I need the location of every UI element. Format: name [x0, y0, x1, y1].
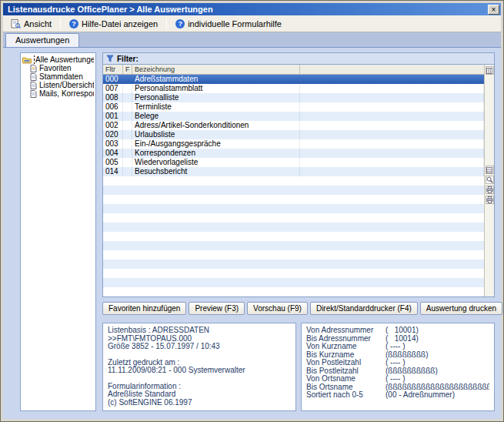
table-row[interactable]: 020Urlaubsliste	[103, 130, 484, 139]
list-info-panel: Listenbasis : ADRESSDATEN >>FMT\FMTOPAUS…	[102, 323, 296, 411]
row-name: Belege	[132, 112, 300, 121]
header-extra[interactable]	[300, 65, 484, 74]
row-flag	[123, 130, 132, 139]
header-fltr[interactable]: Fltr	[103, 65, 123, 74]
help-file-button[interactable]: ? Hilfe-Datei anzeigen	[64, 17, 163, 31]
row-nr: 002	[103, 121, 123, 130]
info-line: Adreßliste Standard	[108, 390, 291, 399]
magnifier-icon	[486, 176, 493, 183]
table-row[interactable]: 001Belege	[103, 112, 484, 121]
range-value: ( ---- )	[386, 343, 489, 351]
tree-item-mails-korrespondenzen[interactable]: Mails, Korrespondenzen	[30, 89, 94, 98]
info-line: Größe 3852 - 15.07.1997 / 10:43	[108, 343, 291, 351]
grid-body: 000Adreßstammdaten 007Personalstammblatt…	[103, 75, 484, 296]
table-row[interactable]: 000Adreßstammdaten	[103, 75, 484, 84]
row-nr: 006	[103, 102, 123, 112]
range-label: Bis Adressnummer	[306, 335, 386, 343]
row-name: Ein-/Ausgangsgespräche	[132, 139, 300, 149]
document-icon	[30, 82, 37, 89]
view-icon	[11, 19, 21, 28]
info-line: 11.11.2009/08:21 - 000 Systemverwalter	[108, 367, 291, 375]
row-extra	[300, 167, 484, 176]
table-row[interactable]: 003Ein-/Ausgangsgespräche	[103, 139, 484, 149]
row-name: Urlaubsliste	[132, 130, 300, 139]
range-label: Von Ortsname	[306, 375, 386, 383]
tree-item-listen-uebersichten[interactable]: Listen/Übersichten	[30, 81, 94, 89]
range-label: Bis Postleitzahl	[306, 367, 386, 376]
rows-icon	[486, 167, 492, 173]
tree-item-label: Stammdaten	[39, 72, 83, 81]
help-icon: ?	[69, 19, 78, 28]
grid-header: Fltr F Bezeichnung	[103, 65, 484, 75]
row-extra	[300, 121, 484, 130]
document-icon	[30, 90, 37, 98]
row-name: Adress/Artikel-Sonderkonditionen	[132, 121, 300, 130]
table-row[interactable]: 004Korrespondenzen	[103, 149, 484, 158]
tab-strip: Auswertungen	[3, 32, 501, 48]
close-button[interactable]: ×	[488, 5, 499, 15]
row-flag	[123, 139, 132, 149]
filter-label: Filter:	[117, 55, 139, 63]
table-row[interactable]: 007Personalstammblatt	[103, 84, 484, 93]
action-button-bar: Favoriten hinzufügen Preview (F3) Vorsch…	[102, 302, 495, 315]
row-nr: 004	[103, 149, 123, 158]
row-flag	[123, 158, 132, 167]
tree-item-favoriten[interactable]: Favoriten	[30, 64, 94, 72]
range-grid: Von Adressnummer( 10001) Bis Adressnumme…	[306, 327, 489, 400]
ansicht-label: Ansicht	[24, 19, 52, 28]
range-label: Von Kurzname	[306, 343, 386, 351]
row-nr: 020	[103, 130, 123, 139]
range-label: Von Postleitzahl	[306, 359, 386, 367]
row-extra	[300, 75, 484, 84]
range-label: Bis Ortsname	[306, 383, 386, 392]
range-value: ( 10014)	[386, 335, 489, 343]
row-name: Besuchsbericht	[132, 167, 300, 176]
print-list-button-small[interactable]	[486, 196, 494, 204]
table-row[interactable]: 006Terminliste	[103, 102, 484, 112]
printer-icon	[486, 196, 493, 203]
titlebar: Listenausdrucke OfficePlaner > Alle Ausw…	[3, 3, 501, 15]
row-nr: 007	[103, 84, 123, 93]
table-row[interactable]: 002Adress/Artikel-Sonderkonditionen	[103, 121, 484, 130]
ansicht-button[interactable]: Ansicht	[5, 17, 57, 31]
table-row[interactable]: 014Besuchsbericht	[103, 167, 484, 176]
range-label: Von Adressnummer	[306, 327, 386, 335]
info-line: Listenbasis : ADRESSDATEN	[108, 327, 291, 335]
search-button[interactable]	[486, 176, 494, 184]
tab-auswertungen[interactable]: Auswertungen	[5, 33, 79, 47]
header-f[interactable]: F	[123, 65, 132, 74]
tree-item-label: Alle Auswertungen	[34, 55, 94, 64]
info-line	[108, 375, 291, 383]
grid-side-toolbar	[484, 65, 494, 296]
range-value: (ßßßßßßßßßß)	[386, 367, 489, 376]
row-nr: 000	[103, 75, 123, 84]
tree-item-stammdaten[interactable]: Stammdaten	[30, 72, 94, 81]
print-button-small[interactable]	[486, 186, 494, 194]
vorschau-f9-button[interactable]: Vorschau (F9)	[247, 302, 308, 315]
direct-print-f4-button[interactable]: Direkt/Standarddrucker (F4)	[310, 302, 418, 315]
range-label: Bis Kurzname	[306, 351, 386, 360]
info-line	[108, 351, 291, 359]
column-options-button[interactable]	[486, 66, 494, 75]
table-row[interactable]: 008Personalliste	[103, 93, 484, 102]
range-info-panel: Von Adressnummer( 10001) Bis Adressnumme…	[301, 323, 495, 411]
range-value: (ßßßßßßßßßßßßßßßßßßßßßßßßßßßß)	[386, 383, 489, 392]
toolbar: Ansicht ? Hilfe-Datei anzeigen ? individ…	[3, 15, 501, 32]
rows-view-button[interactable]	[486, 166, 494, 174]
row-flag	[123, 121, 132, 130]
print-report-button[interactable]: Auswertung drucken	[420, 302, 502, 315]
tree-item-alle-auswertungen[interactable]: Alle Auswertungen	[22, 55, 94, 64]
range-value: ( ---- )	[386, 375, 489, 383]
range-value: (ßßßßßßßß)	[386, 351, 489, 360]
tree-item-label: Favoriten	[39, 64, 72, 72]
header-bezeichnung[interactable]: Bezeichnung	[132, 65, 300, 74]
preview-f3-button[interactable]: Preview (F3)	[189, 302, 245, 315]
row-extra	[300, 158, 484, 167]
form-help-button[interactable]: ? individuelle Formularhilfe	[170, 17, 287, 31]
document-icon	[30, 73, 37, 81]
add-favorite-button[interactable]: Favoriten hinzufügen	[102, 302, 186, 315]
filter-icon	[106, 55, 114, 62]
report-grid: Filter: Fltr F Bezeichnung 000Adreßstamm…	[102, 52, 495, 297]
table-row[interactable]: 005Wiedervorlageliste	[103, 158, 484, 167]
row-extra	[300, 84, 484, 93]
